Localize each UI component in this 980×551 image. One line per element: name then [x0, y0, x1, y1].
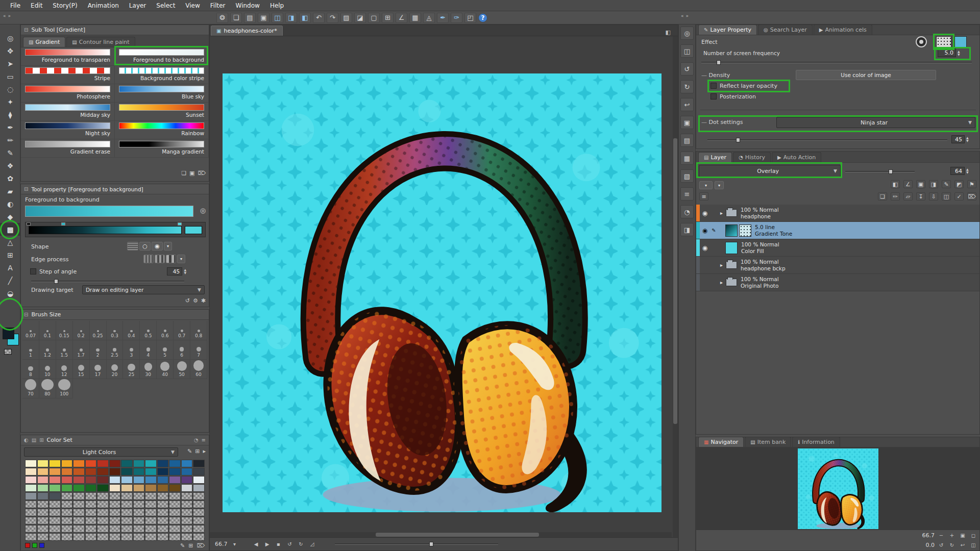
onion-skin-icon[interactable]: ◔: [680, 205, 694, 218]
color-swatch-cell[interactable]: [169, 525, 181, 533]
brush-size-item[interactable]: 80: [39, 379, 56, 398]
fill-tool[interactable]: ◆: [0, 210, 20, 223]
color-swatch-cell[interactable]: [157, 468, 169, 475]
step-angle-spinner[interactable]: ▲▼: [184, 268, 186, 274]
color-swatch-cell[interactable]: [61, 468, 73, 475]
color-swatch-cell[interactable]: [157, 460, 169, 467]
menu-storyp[interactable]: Story(P): [47, 1, 82, 10]
pen-pressure-icon[interactable]: ✒: [437, 13, 449, 23]
red-channel-chip[interactable]: [25, 543, 30, 548]
tone-effect-icon[interactable]: [936, 36, 951, 47]
frequency-slider[interactable]: [701, 62, 972, 63]
color-swatch-cell[interactable]: [193, 484, 205, 492]
posterization-checkbox[interactable]: [710, 93, 717, 99]
color-swatch-cell[interactable]: [145, 484, 157, 492]
brush-size-item[interactable]: 2: [90, 340, 107, 360]
color-swatch-cell[interactable]: [133, 492, 145, 500]
create-mask-icon[interactable]: ◫: [942, 192, 951, 201]
merge-down-icon[interactable]: ⇩: [929, 192, 938, 201]
use-image-color-button[interactable]: Use color of image: [796, 70, 936, 80]
color-swatch-cell[interactable]: [193, 500, 205, 508]
edge-repeat-button[interactable]: [155, 255, 165, 263]
color-swatch-cell[interactable]: [181, 460, 193, 467]
angle-slider[interactable]: [707, 139, 947, 141]
layer-list-icon[interactable]: ≡: [699, 192, 708, 201]
brush-size-item[interactable]: 40: [157, 360, 174, 379]
color-swatch-cell[interactable]: [157, 492, 169, 500]
drawing-target-dropdown[interactable]: Draw on editing layer▼: [82, 285, 205, 294]
gradient-preset[interactable]: Manga gradient: [115, 139, 209, 158]
layer-color-icon[interactable]: ◩: [954, 180, 964, 188]
actual-size-icon[interactable]: ▤: [680, 134, 694, 147]
color-swatch-cell[interactable]: [61, 476, 73, 484]
color-swatch-cell[interactable]: [97, 460, 109, 467]
gradient-tool[interactable]: ▩: [0, 223, 20, 236]
zoom-tool[interactable]: ◎: [0, 32, 20, 44]
color-swatch-cell[interactable]: [133, 484, 145, 492]
brush-size-item[interactable]: 1.2: [39, 340, 56, 360]
tab-item-bank[interactable]: ▤Item bank: [745, 437, 791, 447]
color-swatch-cell[interactable]: [133, 509, 145, 516]
edge-reverse-button[interactable]: [166, 255, 176, 263]
blend-mode-dropdown[interactable]: Overlay▼: [699, 165, 841, 177]
color-swatch-cell[interactable]: [49, 484, 61, 492]
color-swatch-cell[interactable]: [133, 517, 145, 524]
move-tool[interactable]: ✥: [0, 44, 20, 57]
color-swatch-cell[interactable]: [181, 525, 193, 533]
color-swatch-cell[interactable]: [61, 533, 73, 541]
step-angle-value[interactable]: 45: [167, 267, 182, 276]
brush-size-item[interactable]: 17: [90, 360, 107, 379]
color-swatch-cell[interactable]: [109, 525, 121, 533]
tab-contour-line-paint[interactable]: ▤Contour line paint: [66, 37, 135, 47]
color-slider-tab-icon[interactable]: ▤: [32, 437, 36, 443]
gradient-stop-end[interactable]: [178, 222, 182, 226]
tab-layer-property[interactable]: ✎Layer Property: [698, 24, 757, 35]
register-subtool-icon[interactable]: ▣: [189, 170, 194, 177]
checker-bg-icon[interactable]: ▧: [680, 169, 694, 183]
object-tool[interactable]: ➤: [0, 57, 20, 70]
color-swatch-cell[interactable]: [193, 460, 205, 467]
color-swatch-cell[interactable]: [133, 460, 145, 467]
color-swatch-cell[interactable]: [157, 509, 169, 516]
eyedropper-tool[interactable]: ⧫: [0, 108, 20, 121]
brush-size-item[interactable]: 1: [22, 340, 39, 360]
color-swatch-cell[interactable]: [49, 533, 61, 541]
tab-animation-cels[interactable]: ▶Animation cels: [814, 24, 872, 35]
color-swatch-cell[interactable]: [121, 484, 133, 492]
color-swatch-cell[interactable]: [97, 525, 109, 533]
layer-row[interactable]: ◉▸100 % Normalheadphone: [696, 205, 979, 222]
color-swatch-cell[interactable]: [109, 533, 121, 541]
color-swatch-cell[interactable]: [121, 468, 133, 475]
transparent-color-swatch[interactable]: [4, 349, 12, 355]
page-box-icon[interactable]: ▪: [275, 541, 283, 547]
palette-add-icon[interactable]: ⊞: [195, 448, 200, 455]
color-swatch-cell[interactable]: [49, 492, 61, 500]
color-swatch-cell[interactable]: [193, 492, 205, 500]
brush-size-item[interactable]: 4: [140, 340, 157, 360]
airbrush-tool[interactable]: ❖: [0, 159, 20, 172]
color-swatch-cell[interactable]: [73, 517, 85, 524]
layer-row[interactable]: ▸100 % NormalOriginal Photo: [696, 274, 979, 291]
help-icon[interactable]: ?: [478, 13, 487, 22]
reset-tool-icon[interactable]: ↺: [185, 297, 190, 304]
gradient-preset[interactable]: Midday sky: [21, 103, 115, 121]
color-swatch-cell[interactable]: [145, 468, 157, 475]
color-swatch-cell[interactable]: [97, 484, 109, 492]
color-swatch-cell[interactable]: [49, 476, 61, 484]
color-swatch-cell[interactable]: [109, 492, 121, 500]
color-swatch-cell[interactable]: [37, 533, 49, 541]
save-icon[interactable]: ▣: [258, 13, 270, 23]
color-swatch-cell[interactable]: [169, 509, 181, 516]
tab-auto-action[interactable]: ▶Auto Action: [772, 152, 821, 162]
reference-layer-icon[interactable]: ⚑: [967, 180, 976, 188]
deselect-icon[interactable]: ▨: [340, 13, 352, 23]
menu-window[interactable]: Window: [231, 1, 265, 10]
color-swatch-cell[interactable]: [85, 517, 97, 524]
color-swatch-cell[interactable]: [49, 460, 61, 467]
color-history-icon[interactable]: ◔: [194, 437, 199, 443]
opacity-spinner[interactable]: ▲▼: [966, 168, 969, 174]
gradient-preset[interactable]: Night sky: [21, 121, 115, 139]
detach-subtool-icon[interactable]: ❏: [181, 170, 186, 177]
color-swatch-cell[interactable]: [37, 525, 49, 533]
lock-alpha-icon[interactable]: ◨: [929, 180, 938, 188]
